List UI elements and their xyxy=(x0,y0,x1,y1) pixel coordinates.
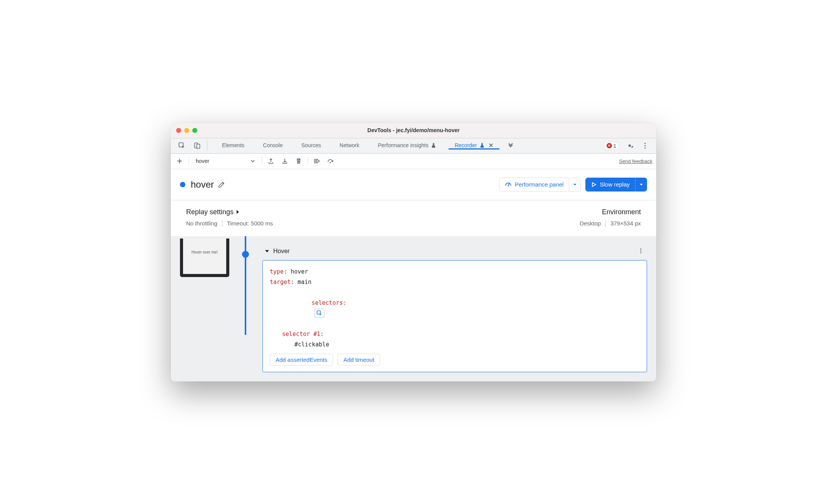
throttling-value: No throttling xyxy=(186,220,217,227)
replay-dropdown-icon[interactable] xyxy=(635,178,647,191)
caret-down-icon xyxy=(265,249,269,253)
export-icon[interactable] xyxy=(266,156,276,166)
error-count-badge[interactable]: 1 xyxy=(603,142,619,150)
flask-icon xyxy=(479,143,485,148)
environment-heading: Environment xyxy=(602,208,641,216)
import-icon[interactable] xyxy=(280,156,290,166)
dimensions-value: 379×534 px xyxy=(610,220,641,227)
step-kebab-icon[interactable] xyxy=(638,248,644,254)
device-toggle-icon[interactable] xyxy=(192,141,202,151)
step-header[interactable]: Hover xyxy=(262,248,647,255)
steps-area: Hover over me! Hover type: hover xyxy=(171,236,656,381)
timeline xyxy=(238,236,253,258)
titlebar: DevTools - jec.fyi/demo/menu-hover xyxy=(171,123,656,138)
kebab-menu-icon[interactable] xyxy=(640,141,650,151)
replay-settings-toggle[interactable]: Replay settings xyxy=(186,208,273,216)
step-over-icon[interactable] xyxy=(326,156,336,166)
selector-picker-icon[interactable] xyxy=(314,309,324,318)
gauge-icon xyxy=(505,181,512,188)
tab-recorder[interactable]: Recorder xyxy=(449,142,499,150)
play-icon xyxy=(591,182,597,187)
chevron-down-icon[interactable] xyxy=(248,156,258,166)
caret-right-icon xyxy=(236,210,240,214)
window-title: DevTools - jec.fyi/demo/menu-hover xyxy=(171,127,656,133)
delete-icon[interactable] xyxy=(294,156,304,166)
svg-point-8 xyxy=(640,248,642,249)
tab-console[interactable]: Console xyxy=(257,142,289,150)
flask-icon xyxy=(431,143,436,148)
minimize-window-button[interactable] xyxy=(184,128,189,133)
recording-selector[interactable]: hover xyxy=(193,158,244,164)
inspect-element-icon[interactable] xyxy=(177,141,187,151)
recording-title: hover xyxy=(191,179,214,190)
svg-point-10 xyxy=(640,252,642,253)
svg-point-4 xyxy=(644,145,645,146)
devtools-window: DevTools - jec.fyi/demo/menu-hover Eleme… xyxy=(171,123,656,381)
performance-dropdown-icon[interactable] xyxy=(569,178,580,191)
more-tabs-icon[interactable] xyxy=(506,141,516,151)
svg-point-3 xyxy=(644,143,645,144)
tab-sources[interactable]: Sources xyxy=(295,142,327,150)
new-recording-icon[interactable] xyxy=(175,156,185,166)
close-tab-icon[interactable] xyxy=(489,143,493,148)
settings-gear-icon[interactable] xyxy=(625,141,635,151)
timeout-value: Timeout: 5000 ms xyxy=(227,220,273,227)
send-feedback-link[interactable]: Send feedback xyxy=(619,158,652,164)
device-value: Desktop xyxy=(580,220,601,227)
timeline-marker xyxy=(242,251,249,258)
traffic-lights xyxy=(176,128,197,133)
svg-point-9 xyxy=(640,250,642,251)
slow-replay-button[interactable]: Slow replay xyxy=(585,178,647,192)
recording-status-dot xyxy=(180,182,185,187)
maximize-window-button[interactable] xyxy=(192,128,197,133)
error-icon xyxy=(607,143,612,148)
tab-elements[interactable]: Elements xyxy=(216,142,250,150)
recorder-toolbar: hover Send feedback xyxy=(171,154,656,169)
step-details-box: type: hover target: main selectors: sele… xyxy=(262,260,647,372)
add-asserted-events-button[interactable]: Add assertedEvents xyxy=(270,354,333,366)
svg-rect-2 xyxy=(197,144,200,148)
add-timeout-button[interactable]: Add timeout xyxy=(338,354,380,366)
panel-tabs-bar: Elements Console Sources Network Perform… xyxy=(171,138,656,154)
svg-point-6 xyxy=(330,162,331,163)
tab-network[interactable]: Network xyxy=(333,142,365,150)
svg-point-5 xyxy=(644,147,645,148)
performance-panel-button[interactable]: Performance panel xyxy=(499,178,581,192)
settings-row: Replay settings No throttling Timeout: 5… xyxy=(171,200,656,236)
edit-title-icon[interactable] xyxy=(218,181,225,188)
close-window-button[interactable] xyxy=(176,128,181,133)
tab-performance-insights[interactable]: Performance insights xyxy=(371,142,442,150)
step-play-icon[interactable] xyxy=(312,156,322,166)
recording-header: hover Performance panel xyxy=(171,169,656,200)
svg-point-7 xyxy=(508,185,509,186)
step-thumbnail[interactable]: Hover over me! xyxy=(180,239,229,277)
